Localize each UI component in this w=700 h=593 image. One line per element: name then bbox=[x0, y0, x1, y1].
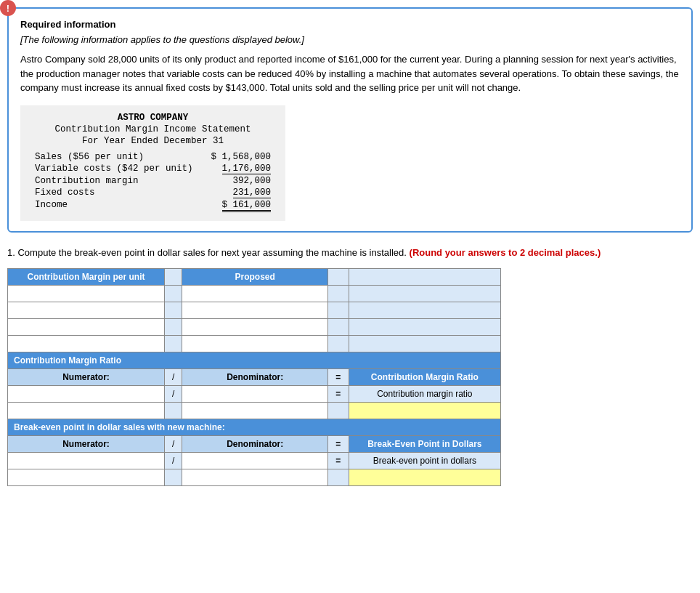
be-result-label: Break-Even Point in Dollars bbox=[349, 436, 500, 453]
income-amount: $ 161,000 bbox=[222, 200, 272, 212]
fixed-label: Fixed costs bbox=[35, 187, 95, 198]
slash-label-1: / bbox=[165, 369, 182, 386]
cm-ratio-result-sub: Contribution margin ratio bbox=[349, 386, 500, 403]
income-row-variable: Variable costs ($42 per unit) 1,176,000 bbox=[35, 164, 271, 174]
proposed-input-4[interactable] bbox=[182, 336, 327, 352]
fixed-amount: 231,000 bbox=[233, 187, 272, 198]
description-text: Astro Company sold 28,000 units of its o… bbox=[20, 52, 680, 95]
info-icon: ! bbox=[0, 0, 16, 16]
variable-label: Variable costs ($42 per unit) bbox=[35, 164, 193, 174]
ratio-numerator-input[interactable] bbox=[8, 386, 165, 403]
question-text: Compute the break-even point in dollar s… bbox=[17, 247, 406, 258]
cm-input-3[interactable] bbox=[8, 319, 165, 336]
ratio-equals: = bbox=[327, 386, 349, 403]
break-even-section-header: Break-even point in dollar sales with ne… bbox=[8, 419, 501, 436]
sales-label: Sales ($56 per unit) bbox=[35, 152, 144, 162]
variable-amount: 1,176,000 bbox=[222, 164, 272, 174]
denominator-label: Denominator: bbox=[182, 369, 327, 386]
income-statement-table: ASTRO COMPANY Contribution Margin Income… bbox=[20, 105, 285, 221]
be-equals: = bbox=[327, 453, 349, 469]
break-even-input-row: / = Break-even point in dollars bbox=[8, 453, 501, 469]
question-bold-note: (Round your answers to 2 decimal places.… bbox=[410, 247, 601, 258]
cm-ratio-section-header: Contribution Margin Ratio bbox=[8, 352, 501, 369]
ratio-input-row: / = Contribution margin ratio bbox=[8, 386, 501, 403]
cm-per-unit-row1 bbox=[8, 286, 501, 302]
be-numerator-input[interactable] bbox=[8, 453, 165, 469]
cm-per-unit-row2 bbox=[8, 302, 501, 319]
calculation-table: Contribution Margin per unit Proposed Co… bbox=[7, 268, 501, 486]
income-row-cm: Contribution margin 392,000 bbox=[35, 176, 271, 186]
cm-input-2[interactable] bbox=[8, 302, 165, 319]
company-name: ASTRO COMPANY bbox=[35, 113, 271, 123]
income-row-fixed: Fixed costs 231,000 bbox=[35, 187, 271, 198]
proposed-header: Proposed bbox=[182, 269, 327, 286]
cm-per-unit-header-row: Contribution Margin per unit Proposed bbox=[8, 269, 501, 286]
be-result-sub: Break-even point in dollars bbox=[349, 453, 500, 469]
cm-label: Contribution margin bbox=[35, 176, 139, 186]
statement-period: For Year Ended December 31 bbox=[35, 136, 271, 146]
ratio-blank-row bbox=[8, 403, 501, 419]
income-row-income: Income $ 161,000 bbox=[35, 200, 271, 212]
be-equals-label: = bbox=[327, 436, 349, 453]
income-label: Income bbox=[35, 200, 68, 212]
be-slash-label: / bbox=[165, 436, 182, 453]
ratio-blank-1[interactable] bbox=[8, 403, 165, 419]
cm-per-unit-row4 bbox=[8, 336, 501, 352]
ratio-labels-row: Numerator: / Denominator: = Contribution… bbox=[8, 369, 501, 386]
ratio-slash: / bbox=[165, 386, 182, 403]
proposed-input-2[interactable] bbox=[182, 302, 327, 319]
required-info-title: Required information bbox=[20, 19, 680, 30]
equals-label-1: = bbox=[327, 369, 349, 386]
be-blank-1[interactable] bbox=[8, 469, 165, 486]
be-slash: / bbox=[165, 453, 182, 469]
proposed-input-3[interactable] bbox=[182, 319, 327, 336]
italic-note: [The following information applies to th… bbox=[20, 34, 680, 45]
cm-per-unit-row3 bbox=[8, 319, 501, 336]
income-row-sales: Sales ($56 per unit) $ 1,568,000 bbox=[35, 152, 271, 162]
ratio-yellow-cell[interactable] bbox=[349, 403, 500, 419]
be-numerator-label: Numerator: bbox=[8, 436, 165, 453]
break-even-blank-row bbox=[8, 469, 501, 486]
sales-amount: $ 1,568,000 bbox=[211, 152, 272, 162]
ratio-blank-2[interactable] bbox=[182, 403, 327, 419]
cm-input-4[interactable] bbox=[8, 336, 165, 352]
cm-amount: 392,000 bbox=[233, 176, 272, 186]
break-even-labels-row: Numerator: / Denominator: = Break-Even P… bbox=[8, 436, 501, 453]
statement-title: Contribution Margin Income Statement bbox=[35, 124, 271, 134]
proposed-input-1[interactable] bbox=[182, 286, 327, 302]
break-even-header-row: Break-even point in dollar sales with ne… bbox=[8, 419, 501, 436]
cm-input-1[interactable] bbox=[8, 286, 165, 302]
be-blank-2[interactable] bbox=[182, 469, 327, 486]
be-yellow-cell[interactable] bbox=[349, 469, 500, 486]
be-denominator-label: Denominator: bbox=[182, 436, 327, 453]
question-number: 1. bbox=[7, 247, 15, 258]
question-section: 1. Compute the break-even point in dolla… bbox=[7, 246, 693, 260]
cm-ratio-result-label: Contribution Margin Ratio bbox=[349, 369, 500, 386]
info-box: ! Required information [The following in… bbox=[7, 7, 693, 233]
numerator-label: Numerator: bbox=[8, 369, 165, 386]
cm-per-unit-header: Contribution Margin per unit bbox=[8, 269, 165, 286]
be-denominator-input[interactable] bbox=[182, 453, 327, 469]
ratio-denominator-input[interactable] bbox=[182, 386, 327, 403]
cm-ratio-header-row: Contribution Margin Ratio bbox=[8, 352, 501, 369]
